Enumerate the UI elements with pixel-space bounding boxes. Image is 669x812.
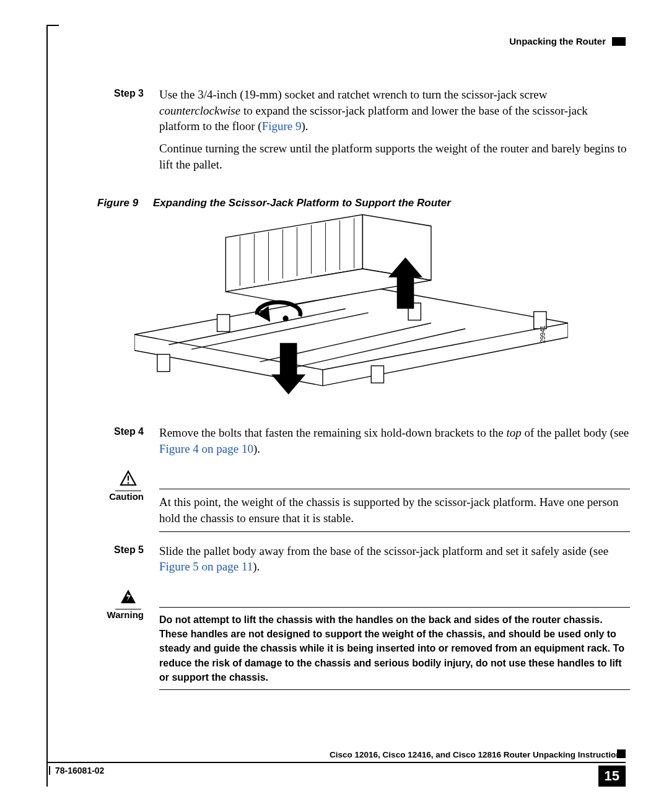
step-body: Use the 3/4-inch (19-mm) socket and ratc… bbox=[159, 87, 630, 178]
caution-icon bbox=[97, 470, 159, 491]
step-body: Slide the pallet body away from the base… bbox=[159, 543, 630, 581]
figure-ref-id: 29941 bbox=[540, 325, 546, 343]
step-4: Step 4 Remove the bolts that fasten the … bbox=[97, 425, 630, 463]
warning-body: Do not attempt to lift the chassis with … bbox=[159, 607, 630, 690]
svg-rect-11 bbox=[371, 366, 383, 383]
crop-mark bbox=[48, 25, 59, 26]
running-header: Unpacking the Router bbox=[509, 36, 626, 46]
crop-mark bbox=[49, 766, 50, 775]
caution-label: Caution bbox=[97, 489, 159, 531]
step-3: Step 3 Use the 3/4-inch (19-mm) socket a… bbox=[97, 87, 630, 178]
emphasis: counterclockwise bbox=[159, 104, 240, 117]
step-body: Remove the bolts that fasten the remaini… bbox=[159, 425, 630, 463]
caution-callout bbox=[97, 470, 630, 491]
page-frame: Unpacking the Router Step 3 Use the 3/4-… bbox=[46, 25, 626, 787]
text: ). bbox=[302, 120, 308, 133]
svg-marker-0 bbox=[134, 289, 568, 386]
text: ). bbox=[253, 560, 260, 573]
svg-point-26 bbox=[282, 316, 288, 321]
page-number: 15 bbox=[598, 766, 626, 787]
main-content: Step 3 Use the 3/4-inch (19-mm) socket a… bbox=[97, 87, 630, 690]
text: Use the 3/4-inch (19-mm) socket and ratc… bbox=[159, 88, 547, 101]
text: of the pallet body (see bbox=[522, 426, 629, 439]
svg-point-31 bbox=[128, 482, 129, 484]
figure-title: Expanding the Scissor-Jack Platform to S… bbox=[153, 197, 630, 209]
figure-4-link[interactable]: Figure 4 on page 10 bbox=[159, 442, 253, 455]
doc-number: 78-16081-02 bbox=[55, 766, 104, 775]
figure-9-caption: Figure 9 Expanding the Scissor-Jack Plat… bbox=[97, 197, 630, 209]
warning-callout bbox=[97, 588, 630, 609]
header-marker bbox=[612, 37, 626, 46]
warning-icon bbox=[97, 588, 159, 609]
step-label: Step 4 bbox=[97, 425, 159, 463]
page-footer: Cisco 12016, Cisco 12416, and Cisco 1281… bbox=[48, 750, 626, 787]
step-label: Step 5 bbox=[97, 543, 159, 581]
step-5: Step 5 Slide the pallet body away from t… bbox=[97, 543, 630, 581]
figure-9-illustration: 29941 bbox=[134, 214, 630, 406]
emphasis: top bbox=[506, 426, 521, 439]
warning-row: Warning Do not attempt to lift the chass… bbox=[97, 607, 630, 690]
warning-label: Warning bbox=[97, 607, 159, 690]
caution-body: At this point, the weight of the chassis… bbox=[159, 489, 630, 531]
svg-rect-12 bbox=[157, 354, 170, 372]
caution-row: Caution At this point, the weight of the… bbox=[97, 489, 630, 531]
doc-title: Cisco 12016, Cisco 12416, and Cisco 1281… bbox=[48, 750, 626, 763]
text: ). bbox=[253, 442, 260, 455]
figure-9-link[interactable]: Figure 9 bbox=[262, 120, 302, 133]
figure-label: Figure 9 bbox=[97, 197, 153, 209]
doc-number-block: 78-16081-02 bbox=[48, 766, 104, 775]
text: Remove the bolts that fasten the remaini… bbox=[159, 426, 506, 439]
text: Slide the pallet body away from the base… bbox=[159, 544, 608, 557]
section-title: Unpacking the Router bbox=[509, 36, 606, 46]
figure-5-link[interactable]: Figure 5 on page 11 bbox=[159, 560, 253, 573]
svg-rect-8 bbox=[217, 315, 230, 332]
router-scissor-jack-diagram: 29941 bbox=[134, 214, 568, 403]
step-label: Step 3 bbox=[97, 87, 159, 178]
text: Continue turning the screw until the pla… bbox=[159, 141, 630, 172]
